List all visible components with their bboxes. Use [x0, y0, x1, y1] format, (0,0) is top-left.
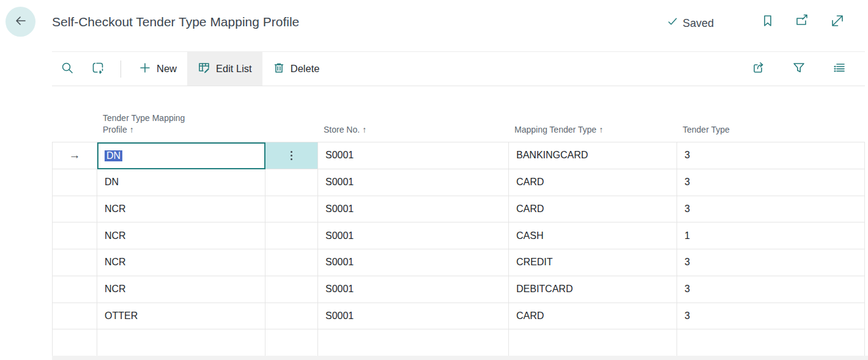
header-actions-spacer: [265, 136, 317, 142]
column-header-profile[interactable]: Tender Type Mapping Profile↑: [97, 112, 265, 142]
store-no-cell[interactable]: S0001: [318, 142, 509, 169]
row-selector-cell[interactable]: →: [53, 222, 97, 249]
table-row: → NCR S0001 CASH 1: [53, 222, 865, 249]
column-header-tender-type[interactable]: Tender Type: [677, 124, 864, 142]
table-row: → NCR S0001 CREDIT 3: [53, 249, 865, 276]
header-selector-spacer: [52, 136, 97, 142]
sort-ascending-icon: ↑: [599, 125, 603, 134]
bookmark-icon: [760, 13, 775, 31]
tender-type-cell[interactable]: 3: [677, 249, 865, 276]
store-no-cell[interactable]: S0001: [318, 169, 509, 196]
tender-type-cell[interactable]: 3: [677, 196, 865, 223]
filter-icon: [792, 61, 806, 78]
row-actions-cell[interactable]: [265, 276, 318, 303]
profile-cell[interactable]: DN: [97, 169, 265, 196]
open-in-new-window-icon: [794, 13, 810, 31]
tender-type-cell[interactable]: 3: [677, 169, 865, 196]
tender-type-cell[interactable]: 3: [677, 276, 865, 303]
profile-cell[interactable]: DN: [97, 142, 265, 169]
analysis-mode-button[interactable]: [83, 52, 113, 86]
row-selector-cell[interactable]: →: [53, 142, 97, 169]
tender-type-cell[interactable]: [677, 329, 865, 356]
filter-button[interactable]: [783, 61, 815, 78]
profile-cell[interactable]: NCR: [97, 222, 265, 249]
plus-icon: [139, 62, 151, 76]
mapping-tender-type-cell[interactable]: [509, 329, 677, 356]
table-row: → NCR S0001 DEBITCARD 3: [53, 276, 865, 303]
open-in-new-window-button[interactable]: [793, 13, 811, 31]
row-actions-cell[interactable]: [265, 303, 318, 330]
profile-cell[interactable]: OTTER: [97, 303, 265, 330]
bookmark-button[interactable]: [759, 13, 777, 31]
table-row: → DN S0001 BANKINGCARD 3: [53, 142, 865, 169]
row-selector-cell[interactable]: →: [53, 249, 97, 276]
save-status: Saved: [667, 16, 714, 31]
new-button-label: New: [157, 63, 177, 75]
delete-button[interactable]: Delete: [262, 52, 330, 86]
tender-type-cell[interactable]: 3: [677, 303, 865, 330]
table-row: →: [53, 329, 865, 356]
row-selector-cell[interactable]: →: [53, 329, 97, 356]
save-status-label: Saved: [683, 17, 714, 30]
row-actions-ellipsis-icon[interactable]: [291, 151, 292, 160]
mapping-tender-type-cell[interactable]: CASH: [509, 222, 677, 249]
footer-strip: [52, 356, 868, 360]
row-actions-cell[interactable]: [265, 249, 318, 276]
row-actions-cell[interactable]: [265, 222, 318, 249]
profile-cell[interactable]: NCR: [97, 276, 265, 303]
table-row: → NCR S0001 CARD 3: [53, 196, 865, 223]
store-no-cell[interactable]: S0001: [318, 303, 509, 330]
profile-cell[interactable]: NCR: [97, 196, 265, 223]
row-selector-cell[interactable]: →: [53, 196, 97, 223]
table-header: Tender Type Mapping Profile↑ Store No.↑ …: [52, 100, 864, 142]
tender-type-cell[interactable]: 3: [677, 142, 865, 169]
row-actions-cell[interactable]: [265, 142, 318, 169]
more-options-button[interactable]: [823, 61, 855, 78]
sort-ascending-icon: ↑: [130, 125, 134, 134]
expand-icon: [829, 13, 845, 31]
mapping-tender-type-cell[interactable]: BANKINGCARD: [509, 142, 677, 169]
store-no-cell[interactable]: [318, 329, 509, 356]
toolbar-divider: [121, 61, 121, 78]
current-row-arrow-icon: →: [69, 149, 81, 162]
analysis-mode-icon: [91, 61, 105, 77]
page: Self-Checkout Tender Type Mapping Profil…: [0, 0, 868, 360]
share-button[interactable]: [743, 61, 774, 78]
store-no-cell[interactable]: S0001: [318, 222, 509, 249]
check-icon: [667, 16, 678, 31]
store-no-cell[interactable]: S0001: [318, 249, 509, 276]
mapping-tender-type-cell[interactable]: DEBITCARD: [509, 276, 677, 303]
row-actions-cell[interactable]: [265, 196, 318, 223]
profile-cell[interactable]: [97, 329, 265, 356]
row-selector-cell[interactable]: →: [53, 303, 97, 330]
list-options-icon: [832, 61, 847, 78]
sort-ascending-icon: ↑: [362, 125, 366, 134]
row-selector-cell[interactable]: →: [53, 276, 97, 303]
back-arrow-icon: [13, 13, 28, 31]
edit-list-icon: [198, 61, 210, 76]
mapping-tender-type-cell[interactable]: CARD: [509, 303, 677, 330]
page-title: Self-Checkout Tender Type Mapping Profil…: [52, 15, 299, 29]
store-no-cell[interactable]: S0001: [318, 276, 509, 303]
edit-list-button[interactable]: Edit List: [187, 52, 262, 86]
share-icon: [751, 61, 766, 78]
store-no-cell[interactable]: S0001: [318, 196, 509, 223]
row-actions-cell[interactable]: [265, 329, 318, 356]
column-header-store-no[interactable]: Store No.↑: [317, 124, 508, 142]
mapping-tender-type-cell[interactable]: CARD: [509, 196, 677, 223]
expand-button[interactable]: [828, 13, 847, 31]
row-selector-cell[interactable]: →: [53, 169, 97, 196]
table-row: → OTTER S0001 CARD 3: [53, 303, 865, 330]
profile-cell[interactable]: NCR: [97, 249, 265, 276]
row-actions-cell[interactable]: [265, 169, 318, 196]
mapping-tender-type-cell[interactable]: CREDIT: [509, 249, 677, 276]
back-button[interactable]: [6, 7, 35, 37]
column-header-mapping-tender-type[interactable]: Mapping Tender Type↑: [508, 124, 677, 142]
search-button[interactable]: [52, 52, 83, 86]
tender-type-cell[interactable]: 1: [677, 222, 865, 249]
trash-icon: [273, 62, 285, 76]
search-icon: [61, 61, 74, 77]
new-button[interactable]: New: [128, 52, 187, 86]
edit-list-button-label: Edit List: [216, 63, 252, 75]
mapping-tender-type-cell[interactable]: CARD: [509, 169, 677, 196]
